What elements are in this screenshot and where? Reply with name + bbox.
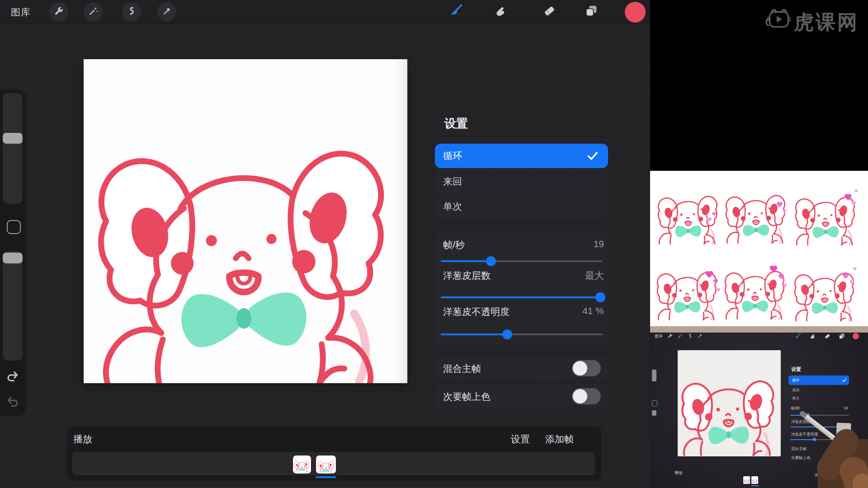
onion-opacity-label: 洋葱皮不透明度 (443, 305, 509, 318)
brush-size-knob[interactable] (3, 133, 23, 144)
oneshot-option[interactable]: 单次 (435, 195, 608, 218)
undo-button[interactable] (6, 370, 19, 385)
mini-eraser-icon (824, 333, 831, 340)
brush-tool-button[interactable] (448, 4, 463, 19)
smudge-icon (494, 4, 508, 20)
heart-icon (705, 216, 712, 223)
sticker-bunny-3 (792, 177, 860, 246)
secondary-tint-row: 次要帧上色 (435, 384, 608, 408)
mini-pingpong-label: 来回 (792, 388, 799, 393)
play-button[interactable]: 播放 (73, 433, 92, 446)
heart-icon (712, 211, 717, 216)
magic-wand-icon (88, 6, 99, 18)
onion-layers-label: 洋葱皮层数 (443, 269, 491, 282)
heart-icon (782, 283, 788, 288)
frame-thumbnail-1[interactable] (293, 455, 311, 474)
transform-button[interactable] (157, 2, 176, 21)
tutorial-video-overlay[interactable]: 虎课网 (650, 0, 868, 488)
onion-layers-value: 最大 (550, 269, 604, 282)
adjustments-button[interactable] (84, 2, 103, 21)
mini-loop-row: 循环 (788, 375, 849, 385)
mini-frame-indicator (751, 485, 759, 486)
mini-wand-icon (677, 333, 683, 339)
mini-loop-label: 循环 (792, 378, 799, 383)
timeline-settings-button[interactable]: 设置 (511, 433, 530, 446)
hukewang-logo-icon (764, 6, 793, 33)
sticker-sheet (650, 171, 868, 326)
heart-icon (769, 264, 778, 274)
onion-layers-slider[interactable] (441, 296, 603, 298)
smudge-tool-button[interactable] (493, 4, 509, 19)
mini-frame-2 (751, 476, 758, 484)
sticker-bunny-4 (654, 252, 722, 321)
mini-layers-icon (838, 333, 845, 340)
onion-opacity-value: 41 % (550, 305, 604, 316)
modify-button[interactable] (7, 220, 21, 234)
color-swatch-button[interactable] (625, 2, 646, 23)
mini-oneshot-label: 单次 (792, 396, 799, 401)
secondary-tint-toggle[interactable] (572, 388, 601, 404)
mini-frame-1 (743, 476, 750, 484)
frame1-bunny (293, 455, 311, 474)
procreate-animation-screen: 图库 (0, 0, 868, 488)
mini-gallery-label: 图库 (655, 333, 663, 339)
heart-icon (844, 192, 853, 202)
opacity-slider[interactable] (3, 251, 23, 361)
mini-onion-opacity-label: 洋葱皮不透明度 (791, 432, 818, 437)
mini-brush-icon (794, 333, 801, 340)
frame2-bunny (316, 455, 336, 474)
mini-color-swatch (853, 333, 859, 339)
blend-primary-row: 混合主帧 (435, 356, 608, 380)
add-frame-button[interactable]: 添加帧 (545, 433, 574, 446)
bunny-artwork (84, 59, 407, 383)
fps-slider[interactable] (441, 260, 603, 262)
mini-settings-title: 设置 (791, 366, 801, 373)
recorded-ipad-video: 图库 设置 循环 来回 单次 (650, 326, 868, 488)
eraser-icon (542, 4, 557, 20)
loop-option-selected[interactable]: 循环 (435, 144, 608, 168)
watermark-text: 虎课网 (794, 9, 859, 36)
heart-icon (776, 201, 783, 208)
gallery-button[interactable]: 图库 (11, 6, 31, 19)
settings-title: 设置 (444, 116, 468, 131)
sticker-bunny-6 (791, 253, 859, 322)
fps-label: 帧/秒 (443, 239, 465, 251)
mini-opacity-knob (652, 410, 656, 416)
pingpong-option-label: 来回 (443, 175, 462, 188)
mini-check-icon (842, 378, 847, 383)
mini-play-label: 播放 (675, 470, 683, 476)
redo-button[interactable] (6, 395, 19, 410)
wrench-icon (54, 6, 64, 18)
drawing-canvas[interactable] (84, 59, 407, 383)
sticker-bunny-5 (722, 251, 789, 320)
blend-primary-toggle[interactable] (572, 360, 601, 376)
check-icon (586, 150, 599, 164)
actions-wrench-button[interactable] (49, 2, 68, 21)
loop-option-label: 循环 (443, 150, 462, 162)
mini-fps-value: 19 (844, 406, 848, 410)
eraser-tool-button[interactable] (542, 4, 557, 19)
canvas-edge-shade (395, 59, 407, 383)
blend-primary-label: 混合主帧 (443, 362, 481, 375)
transform-arrow-icon (162, 6, 172, 18)
frame-thumbnail-2[interactable] (316, 455, 336, 474)
heart-icon (704, 269, 714, 279)
heart-icon (853, 267, 857, 271)
brush-icon (448, 4, 463, 20)
layers-button[interactable] (584, 4, 599, 19)
heart-icon (716, 287, 721, 292)
selection-button[interactable] (122, 2, 141, 21)
heart-icon (854, 189, 859, 193)
mini-wrench-icon (667, 333, 673, 339)
pingpong-option[interactable]: 来回 (435, 170, 608, 193)
brush-size-slider[interactable] (3, 93, 23, 204)
top-toolbar: 图库 (0, 0, 650, 24)
mini-canvas (678, 350, 781, 456)
mini-smudge-icon (809, 333, 816, 340)
opacity-knob[interactable] (3, 253, 23, 263)
onion-opacity-slider[interactable] (441, 333, 603, 335)
heart-icon (842, 272, 849, 280)
mini-modify-button (652, 400, 657, 407)
heart-icon (778, 273, 785, 280)
sticker-bunny-2 (722, 175, 790, 244)
